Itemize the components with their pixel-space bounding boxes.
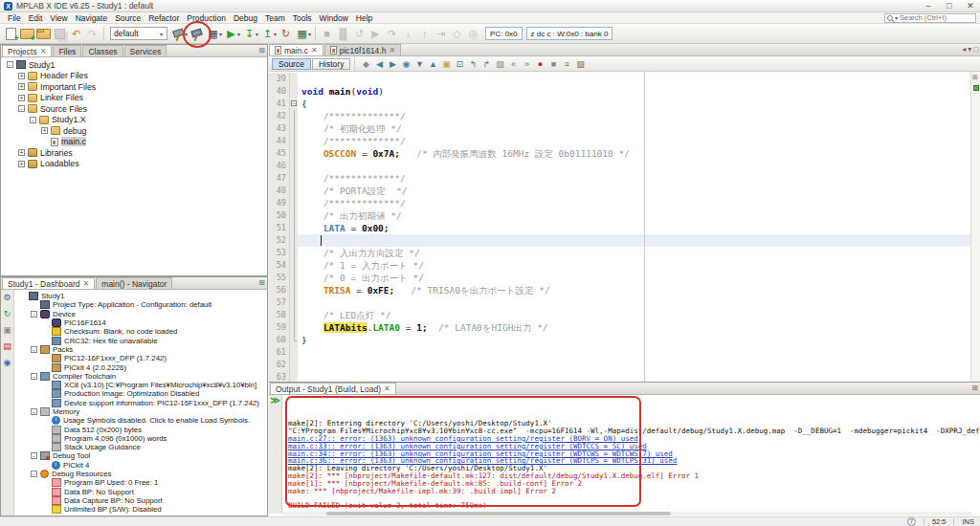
menu-production[interactable]: Production [183, 13, 230, 23]
fold-all-icon[interactable]: ⊞ [972, 74, 978, 81]
tree-item[interactable]: CRC32: Hex file unavailable [16, 336, 267, 344]
debug-project-icon[interactable]: ▦ [294, 26, 310, 42]
shift-left-icon[interactable]: « [506, 57, 520, 70]
notifications-icon[interactable]: 7 [907, 517, 916, 526]
line-number[interactable]: 56 [269, 284, 290, 296]
code-line[interactable]: 50 /* 出力初期値 */ [269, 209, 970, 222]
pause-icon[interactable]: ▐▌ [335, 26, 351, 42]
menu-edit[interactable]: Edit [25, 13, 47, 23]
tree-item[interactable]: +Loadables [4, 159, 267, 170]
minimize-panel-icon[interactable]: ⊞ [258, 278, 265, 287]
code-line[interactable]: 42 /*************/ [269, 110, 970, 122]
code-line[interactable]: 51 LATA = 0x00; [269, 222, 970, 234]
tree-item[interactable]: Project Type: Application - Configuratio… [16, 300, 267, 309]
tree-item[interactable]: -Debug Resources [16, 470, 267, 478]
refresh-icon[interactable]: ↻ [4, 309, 11, 318]
code-line[interactable]: 53 /* 入出力方向設定 */ [269, 247, 970, 259]
line-number[interactable]: 61 [269, 346, 290, 359]
line-number[interactable]: 53 [269, 247, 290, 259]
tab-list-icon[interactable]: ▾ [968, 45, 971, 54]
collapse-icon[interactable]: - [31, 373, 37, 380]
expand-icon[interactable]: + [41, 127, 48, 134]
last-edit-icon[interactable]: ◆ [359, 57, 372, 70]
expand-icon[interactable]: + [18, 161, 25, 167]
rerun-build-icon[interactable]: ≫ [270, 395, 279, 405]
new-project-icon[interactable] [19, 26, 35, 42]
line-number[interactable]: 51 [269, 222, 290, 234]
back-icon[interactable]: ◀ [372, 57, 386, 70]
find-previous-icon[interactable]: ▲ [426, 57, 439, 70]
toggle-bookmark-icon[interactable]: ▧ [493, 57, 506, 70]
code-line[interactable]: 61 [269, 346, 970, 359]
start-macro-icon[interactable]: ● [533, 57, 546, 70]
tree-item[interactable]: Study1 [16, 292, 267, 300]
line-number[interactable]: 39 [269, 73, 290, 85]
previous-bookmark-icon[interactable]: ↰ [466, 57, 479, 70]
code-line[interactable]: 62 [269, 359, 970, 371]
minimize-panel-icon[interactable]: ⊞ [971, 384, 978, 392]
code-line[interactable]: 58 /* LED点灯 */ [269, 309, 970, 321]
expand-icon[interactable]: + [18, 73, 25, 79]
collapse-icon[interactable]: - [31, 408, 37, 415]
line-number[interactable]: 49 [269, 197, 290, 209]
menu-navigate[interactable]: Navigate [72, 13, 112, 23]
menu-help[interactable]: Help [352, 13, 376, 23]
tree-item[interactable]: Program BP Used: 0 Free: 1 [16, 478, 267, 487]
tree-item[interactable]: -Debug Tool [16, 451, 267, 460]
expand-icon[interactable]: + [18, 149, 25, 156]
step-out-icon[interactable]: ↑ [416, 26, 433, 42]
output-console[interactable]: make[2]: Entering directory 'C:/Users/yo… [282, 395, 980, 514]
new-file-icon[interactable] [3, 26, 19, 42]
tab-main-navigator[interactable]: main() - Navigator [96, 277, 172, 289]
read-device-memory-icon[interactable]: ↥ [259, 26, 276, 42]
menu-team[interactable]: Team [261, 13, 289, 23]
search-scope-caret-icon[interactable]: ▾ [895, 14, 898, 21]
configuration-select[interactable]: default ▾ [110, 27, 167, 40]
run-project-icon[interactable]: ▶ [223, 26, 239, 42]
tab-study1-dashboard[interactable]: Study1 - Dashboard✕ [2, 277, 95, 289]
code-line[interactable]: 41−{ [269, 98, 970, 110]
source-view-button[interactable]: Source [272, 58, 311, 70]
tree-item[interactable]: -Packs [16, 345, 267, 354]
line-number[interactable]: 44 [269, 135, 290, 147]
code-line[interactable]: 52 [269, 234, 970, 247]
tree-item[interactable]: Checksum: Blank, no code loaded [16, 327, 267, 336]
line-number[interactable]: 50 [269, 209, 290, 222]
help-icon[interactable]: ◉ [4, 358, 11, 367]
line-number[interactable]: 60 [269, 334, 290, 346]
maximize-icon[interactable]: □ [944, 1, 955, 11]
tab-services[interactable]: Services [124, 45, 167, 56]
quick-search[interactable]: ▾ [884, 13, 976, 23]
shift-right-icon[interactable]: » [520, 57, 533, 70]
output-horizontal-scrollbar[interactable] [283, 512, 972, 515]
close-tab-icon[interactable]: ✕ [384, 384, 390, 393]
close-tab-icon[interactable]: ✕ [311, 46, 318, 55]
tree-item[interactable]: -Memory [16, 407, 267, 416]
code-line[interactable]: 40void main(void) [269, 85, 970, 98]
collapse-fold-icon[interactable]: − [291, 100, 297, 106]
tab-main-c[interactable]: main.c✕ [269, 44, 323, 55]
tree-item[interactable]: Device support information: PIC12-16F1xx… [16, 399, 267, 407]
program-device-icon[interactable]: ▦ [205, 26, 221, 42]
tree-item[interactable]: -Study1 [4, 59, 267, 71]
menu-file[interactable]: File [4, 13, 25, 23]
tree-item[interactable]: Data 512 (0x200) bytes [16, 425, 267, 433]
code-line[interactable]: 45 OSCCON = 0x7A; /* 内部発振周波数 16MHz 設定 0b… [269, 147, 970, 160]
step-over-icon[interactable]: ↷ [384, 26, 400, 42]
expand-icon[interactable]: + [18, 95, 25, 101]
line-number[interactable]: 57 [269, 296, 290, 309]
search-input[interactable] [900, 13, 970, 22]
tree-item[interactable]: Program 4,096 (0x1000) words [16, 434, 267, 443]
code-line[interactable]: 48 /* PORTA設定 */ [269, 185, 970, 197]
close-tab-icon[interactable]: ✕ [83, 279, 90, 288]
code-line[interactable]: 63 [269, 371, 970, 382]
save-all-icon[interactable] [52, 26, 68, 42]
history-view-button[interactable]: History [312, 58, 350, 70]
tab-classes[interactable]: Classes [82, 45, 122, 56]
close-tab-icon[interactable]: ✕ [40, 47, 47, 55]
tree-item[interactable]: -Source Files [4, 103, 267, 115]
tree-item[interactable]: +Libraries [4, 147, 267, 159]
redo-icon[interactable]: ↷ [84, 26, 100, 42]
gears-icon[interactable]: ⚙ [3, 293, 11, 302]
line-number[interactable]: 45 [269, 147, 290, 160]
